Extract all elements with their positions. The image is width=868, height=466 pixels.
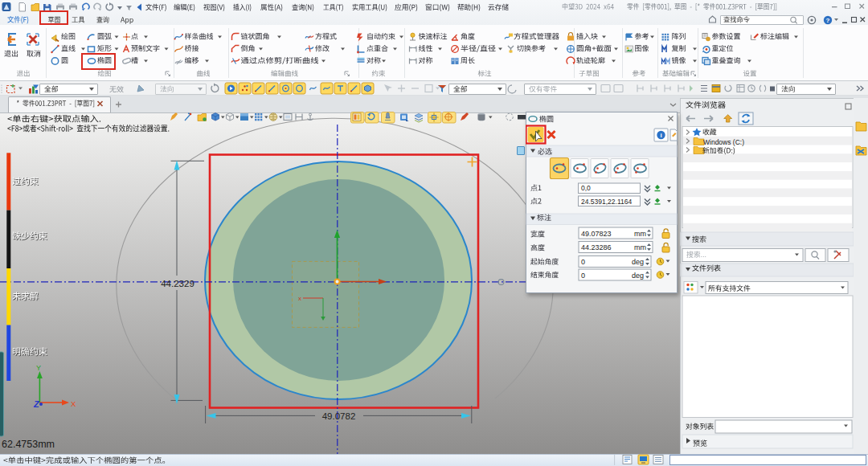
svg-text:?: ?: [826, 17, 830, 24]
svg-text:Y: Y: [36, 364, 41, 372]
svg-text:X: X: [71, 399, 76, 408]
svg-text:Z: Z: [33, 399, 40, 409]
svg-text:i: i: [660, 132, 661, 139]
svg-text:49.0782: 49.0782: [322, 411, 356, 421]
svg-text:62.4753mm: 62.4753mm: [2, 439, 55, 450]
svg-text:x: x: [298, 295, 301, 302]
svg-text:44.2329: 44.2329: [161, 279, 194, 288]
